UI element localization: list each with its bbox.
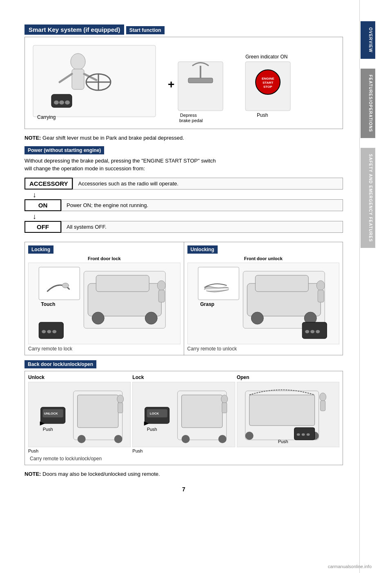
- arrow-on-off: ↓: [33, 213, 343, 220]
- svg-point-60: [114, 435, 122, 443]
- back-unlock-label: Unlock: [28, 375, 131, 380]
- unlocking-title: Unlocking: [187, 245, 218, 254]
- back-lock-label: Lock: [132, 375, 235, 380]
- svg-rect-0: [33, 45, 156, 117]
- svg-text:LOCK: LOCK: [150, 412, 159, 415]
- svg-point-47: [316, 281, 325, 290]
- svg-point-38: [47, 330, 51, 333]
- svg-point-32: [92, 312, 104, 324]
- mode-on: ON Power ON; the engine not running.: [24, 199, 343, 211]
- svg-point-33: [145, 312, 157, 324]
- back-door-carry-caption: Carry remote to lock/unlock/open: [28, 456, 339, 462]
- locking-diagram: Touch: [28, 263, 180, 344]
- svg-point-59: [78, 435, 86, 443]
- back-door-title: Back door lock/unlock/open: [24, 360, 96, 368]
- svg-rect-2: [72, 69, 84, 89]
- back-door-inner: Unlock UNLOCK Push: [28, 375, 339, 453]
- svg-rect-68: [182, 395, 223, 428]
- back-open-label: Open: [237, 375, 339, 380]
- main-content: Smart Key system (if equipped) Start fun…: [0, 0, 359, 573]
- svg-point-27: [62, 283, 69, 288]
- svg-rect-31: [96, 275, 149, 292]
- svg-rect-44: [255, 275, 308, 292]
- svg-rect-35: [158, 290, 165, 302]
- mode-off-label: OFF: [24, 221, 61, 233]
- unlocking-svg: Grasp: [188, 263, 339, 345]
- svg-point-80: [296, 433, 300, 436]
- start-note: NOTE: Gear shift lever must be in Park a…: [24, 134, 343, 142]
- sidebar-safety: SAFETY AND EMERGENCY FEATURES: [361, 148, 375, 248]
- svg-rect-26: [39, 267, 80, 300]
- sidebar-overview: OVERVIEW: [361, 21, 375, 59]
- lock-unlock-section: Locking Front door lock Touch: [24, 242, 343, 355]
- svg-point-50: [305, 330, 309, 333]
- start-diagram-svg: Carrying + Depress brake pedal ENGINE ST…: [29, 41, 339, 123]
- svg-point-1: [71, 54, 85, 70]
- svg-text:Depress: Depress: [180, 113, 197, 118]
- unlocking-diagram: Grasp: [187, 263, 340, 344]
- svg-text:UNLOCK: UNLOCK: [44, 412, 58, 415]
- power-description: Without depressing the brake pedal, pres…: [24, 157, 343, 173]
- svg-text:Carrying: Carrying: [37, 114, 56, 120]
- power-title: Power (without starting engine): [24, 146, 104, 154]
- back-push1: Push: [28, 448, 131, 453]
- svg-rect-74: [249, 395, 314, 426]
- svg-rect-62: [118, 403, 123, 413]
- svg-point-70: [218, 435, 227, 443]
- mode-accessory-desc: Accessories such as the radio will opera…: [73, 178, 343, 190]
- svg-text:START: START: [263, 81, 273, 85]
- mode-off-desc: All systems OFF.: [61, 221, 343, 233]
- svg-text:Push: Push: [278, 439, 288, 444]
- svg-text:Push: Push: [147, 427, 157, 432]
- svg-text:Push: Push: [257, 112, 268, 118]
- svg-text:Push: Push: [43, 427, 53, 432]
- svg-point-37: [42, 330, 46, 333]
- watermark: carmanualsonline.info: [328, 564, 372, 569]
- svg-point-81: [301, 433, 305, 436]
- back-lock-col: Lock LOCK Push: [132, 375, 235, 453]
- svg-point-71: [221, 395, 228, 403]
- final-note: NOTE: Doors may also be locked/unlocked …: [24, 470, 343, 478]
- locking-col: Locking Front door lock Touch: [24, 242, 184, 355]
- page-container: Smart Key system (if equipped) Start fun…: [0, 0, 392, 573]
- svg-point-69: [182, 435, 190, 443]
- svg-point-10: [59, 100, 64, 105]
- mode-accessory: ACCESSORY Accessories such as the radio …: [24, 178, 343, 190]
- carry-unlock-caption: Carry remote to unlock: [187, 346, 340, 352]
- svg-rect-78: [320, 401, 325, 411]
- carry-lock-caption: Carry remote to lock: [28, 346, 180, 352]
- right-sidebar: OVERVIEW FEATURES/OPERATIONS SAFETY AND …: [359, 0, 376, 573]
- back-open-diagram: Push: [237, 382, 339, 447]
- locking-svg: Touch: [29, 263, 180, 345]
- unlocking-col: Unlocking Front door unlock Grasp: [184, 242, 343, 355]
- svg-text:STOP: STOP: [263, 85, 272, 89]
- svg-point-39: [52, 330, 56, 333]
- back-unlock-col: Unlock UNLOCK Push: [28, 375, 131, 453]
- front-door-unlock-label: Front door unlock: [187, 256, 340, 261]
- svg-text:ENGINE: ENGINE: [262, 77, 274, 80]
- svg-point-82: [306, 433, 310, 436]
- svg-point-45: [251, 312, 263, 324]
- svg-point-52: [316, 330, 320, 333]
- page-number: 7: [24, 486, 343, 493]
- svg-text:+: +: [168, 78, 174, 91]
- mode-off: OFF All systems OFF.: [24, 221, 343, 233]
- arrow-accessory-on: ↓: [33, 191, 343, 198]
- svg-text:Green indicator ON: Green indicator ON: [245, 54, 287, 60]
- back-unlock-svg: UNLOCK Push: [29, 383, 130, 446]
- svg-point-77: [319, 393, 326, 401]
- svg-point-51: [310, 330, 314, 333]
- svg-rect-72: [222, 403, 227, 413]
- back-unlock-diagram: UNLOCK Push: [28, 382, 131, 447]
- back-open-col: Open: [237, 375, 339, 453]
- svg-text:Grasp: Grasp: [200, 301, 214, 307]
- front-door-lock-label: Front door lock: [28, 256, 180, 261]
- svg-point-75: [245, 432, 253, 440]
- back-push2: Push: [132, 448, 235, 453]
- svg-rect-15: [188, 78, 213, 83]
- mode-accessory-label: ACCESSORY: [24, 178, 73, 190]
- svg-rect-58: [78, 395, 118, 428]
- svg-point-9: [54, 100, 59, 105]
- svg-point-61: [117, 395, 124, 403]
- svg-text:brake pedal: brake pedal: [179, 118, 203, 123]
